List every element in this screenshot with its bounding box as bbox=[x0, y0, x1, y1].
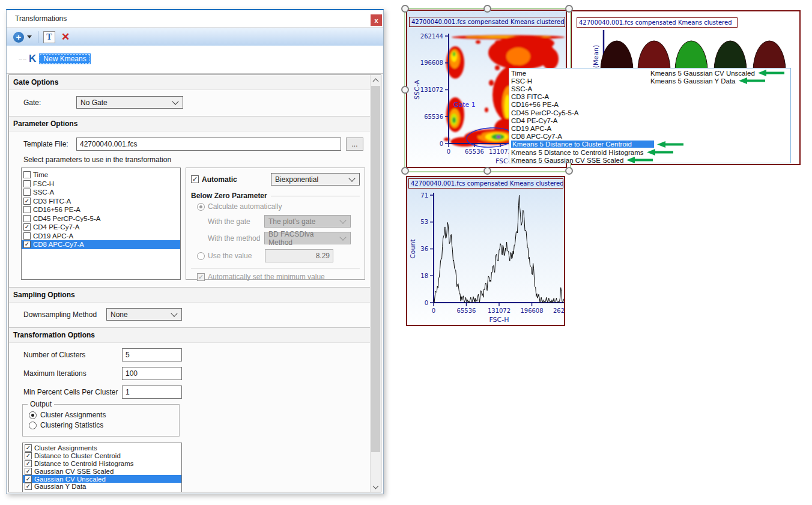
output-item[interactable]: ✓Distance to Centroid Histograms bbox=[23, 460, 181, 468]
automatic-checkbox[interactable]: ✓ bbox=[191, 175, 199, 183]
selection-handle[interactable] bbox=[401, 5, 409, 13]
parameter-item[interactable]: SSC-A bbox=[22, 188, 180, 197]
parameter-checkbox[interactable] bbox=[23, 206, 31, 213]
selection-handle[interactable] bbox=[483, 167, 491, 175]
menu-item[interactable]: CD45 PerCP-Cy5-5-A bbox=[511, 109, 578, 116]
menu-item[interactable]: Kmeans 5 Gaussian CV Unscaled bbox=[650, 69, 784, 77]
output-item[interactable]: ✓Distance to Cluster Centroid bbox=[23, 452, 181, 460]
menu-item[interactable]: SSC-A bbox=[511, 85, 532, 92]
parameter-checkbox[interactable] bbox=[23, 180, 31, 187]
selection-handle[interactable] bbox=[483, 5, 491, 13]
svg-text:262144: 262144 bbox=[420, 33, 443, 40]
rename-button[interactable]: T bbox=[43, 31, 55, 43]
svg-text:131072: 131072 bbox=[420, 86, 443, 93]
menu-item[interactable]: Kmeans 5 Gaussian Y Data bbox=[650, 77, 765, 85]
parameter-checkbox[interactable] bbox=[23, 232, 31, 240]
parameter-item[interactable]: CD16+56 PE-A bbox=[22, 205, 180, 214]
svg-text:0: 0 bbox=[440, 141, 443, 147]
selection-handle[interactable] bbox=[565, 167, 573, 175]
output-checkbox[interactable]: ✓ bbox=[25, 483, 32, 490]
calc-auto-label: Calculate automatically bbox=[208, 202, 282, 211]
output-radio-row[interactable]: Cluster Assignments bbox=[29, 411, 179, 419]
tree-item-new-kmeans[interactable]: ┄┄ K New Kmeans bbox=[19, 53, 91, 65]
output-checkbox[interactable]: ✓ bbox=[25, 476, 32, 483]
add-dropdown-caret-icon[interactable] bbox=[27, 35, 32, 38]
parameter-item[interactable]: FSC-H bbox=[22, 180, 180, 189]
menu-item[interactable]: FSC-H bbox=[511, 77, 532, 85]
menu-item[interactable]: Time bbox=[511, 69, 526, 77]
menu-item[interactable]: Kmeans 5 Distance to Cluster Centroid bbox=[511, 141, 683, 148]
scrollbar-thumb[interactable] bbox=[371, 86, 380, 452]
parameter-checkbox[interactable]: ✓ bbox=[23, 223, 31, 231]
output-checkbox[interactable]: ✓ bbox=[25, 468, 32, 475]
menu-item-label: Kmeans 5 Gaussian Y Data bbox=[650, 77, 736, 85]
menu-item[interactable]: CD19 APC-A bbox=[511, 124, 551, 132]
field-input[interactable]: 100 bbox=[122, 367, 182, 380]
browse-button[interactable]: ... bbox=[346, 138, 363, 151]
selection-handle[interactable] bbox=[401, 86, 409, 94]
menu-item[interactable]: Kmeans 5 Distance to Centroid Histograms bbox=[511, 148, 673, 156]
parameter-label: CD3 FITC-A bbox=[33, 198, 71, 205]
parameter-checkbox[interactable] bbox=[23, 215, 31, 222]
parameter-item[interactable]: ✓CD8 APC-Cy7-A bbox=[22, 240, 180, 249]
output-item[interactable]: ✓Gaussian CV Unscaled bbox=[23, 475, 181, 483]
parameter-checkbox[interactable] bbox=[23, 171, 31, 178]
output-checkbox[interactable]: ✓ bbox=[25, 460, 32, 467]
menu-item[interactable]: CD16+56 PE-A bbox=[511, 101, 559, 109]
parameter-item[interactable]: ✓CD3 FITC-A bbox=[22, 197, 180, 206]
menu-item-label: Time bbox=[511, 70, 526, 77]
dialog-titlebar[interactable]: Transformations bbox=[7, 10, 383, 27]
calc-auto-radio[interactable] bbox=[197, 203, 205, 211]
parameter-checkbox[interactable] bbox=[23, 189, 31, 196]
output-radio-row[interactable]: Clustering Statistics bbox=[29, 421, 179, 429]
parameter-item[interactable]: CD19 APC-A bbox=[22, 232, 180, 241]
menu-item[interactable]: Kmeans 5 Gaussian CV SSE Scaled bbox=[511, 156, 653, 164]
options-panel: Gate Options Gate: No Gate Parameter Opt… bbox=[8, 74, 381, 492]
menu-item[interactable]: CD4 PE-Cy7-A bbox=[511, 116, 557, 124]
parameter-checkbox[interactable]: ✓ bbox=[23, 241, 31, 248]
svg-text:262144: 262144 bbox=[553, 307, 564, 314]
options-scrollbar[interactable] bbox=[370, 75, 381, 492]
parameter-item[interactable]: CD45 PerCP-Cy5-5-A bbox=[22, 214, 180, 223]
use-value-radio[interactable] bbox=[197, 252, 205, 260]
radio-button[interactable] bbox=[29, 422, 37, 429]
parameter-label: Time bbox=[33, 171, 48, 178]
svg-text:196608: 196608 bbox=[520, 307, 543, 314]
menu-item[interactable]: CD3 FITC-A bbox=[511, 93, 549, 101]
transform-type-select[interactable]: Biexponential bbox=[271, 173, 360, 186]
parameter-picker-menu[interactable]: TimeFSC-HSSC-ACD3 FITC-ACD16+56 PE-ACD45… bbox=[509, 68, 791, 163]
menu-item[interactable]: CD8 APC-Cy7-A bbox=[511, 133, 562, 141]
histogram-plot-canvas[interactable]: 715336180065536131072196608262144CountFS… bbox=[407, 177, 564, 325]
radio-button[interactable] bbox=[29, 411, 37, 419]
svg-text:SSC-A: SSC-A bbox=[413, 80, 421, 100]
parameter-item[interactable]: Time bbox=[22, 171, 180, 180]
svg-text:FSC-H: FSC-H bbox=[489, 316, 509, 324]
delete-button[interactable]: ✕ bbox=[61, 32, 70, 42]
close-button[interactable]: x bbox=[371, 14, 382, 26]
scroll-down-icon[interactable] bbox=[371, 482, 381, 492]
field-input[interactable]: 5 bbox=[122, 348, 182, 361]
scroll-up-icon[interactable] bbox=[371, 75, 381, 85]
parameter-item[interactable]: ✓CD4 PE-Cy7-A bbox=[22, 223, 180, 232]
gate-value: No Gate bbox=[80, 98, 169, 107]
gate-select[interactable]: No Gate bbox=[76, 96, 183, 109]
output-checkbox[interactable]: ✓ bbox=[25, 444, 32, 452]
output-item[interactable]: ✓Gaussian Y Data bbox=[23, 483, 181, 491]
parameter-checkbox[interactable]: ✓ bbox=[23, 198, 31, 205]
tree-item-label: New Kmeans bbox=[39, 53, 90, 64]
add-transformation-button[interactable]: + bbox=[13, 32, 24, 43]
parameter-list[interactable]: TimeFSC-HSSC-A✓CD3 FITC-ACD16+56 PE-ACD4… bbox=[21, 168, 181, 280]
output-item[interactable]: ✓Cluster Assignments bbox=[23, 444, 181, 452]
downsampling-select[interactable]: None bbox=[106, 308, 182, 321]
selection-handle[interactable] bbox=[565, 5, 573, 13]
use-value-input: 8.29 bbox=[265, 249, 333, 262]
svg-text:0: 0 bbox=[432, 307, 435, 314]
output-item[interactable]: ✓Gaussian CV SSE Scaled bbox=[23, 467, 181, 475]
template-file-input[interactable]: 42700040.001.fcs bbox=[76, 138, 341, 151]
output-list[interactable]: ✓Cluster Assignments✓Distance to Cluster… bbox=[22, 443, 182, 492]
output-checkbox[interactable]: ✓ bbox=[25, 452, 32, 459]
selection-handle[interactable] bbox=[401, 167, 409, 175]
histogram-plot-panel[interactable]: 42700040.001.fcs compensated Kmeans clus… bbox=[406, 176, 565, 326]
chevron-down-icon bbox=[348, 175, 355, 181]
field-input[interactable]: 1 bbox=[122, 386, 182, 399]
